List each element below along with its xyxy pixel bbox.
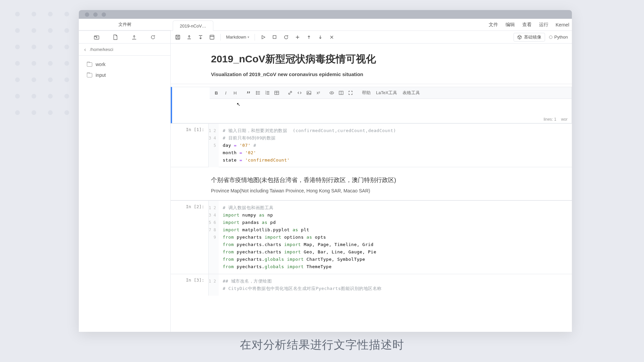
line-numbers: 1 2 3 4 5 <box>209 124 219 167</box>
restart-icon[interactable] <box>283 34 289 40</box>
folder-item-work[interactable]: work <box>79 59 170 70</box>
markdown-cell-title[interactable]: 2019_nCoV新型冠状病毒疫情可视化 Visualization of 20… <box>171 44 572 84</box>
cell-prompt: In [3]: <box>171 274 208 296</box>
markdown-cell[interactable]: 个别省市疫情地图(未包括台湾省，香港特别行政区，澳门特别行政区)Province… <box>171 167 572 200</box>
traffic-light-minimize[interactable] <box>93 12 98 17</box>
folder-item-input[interactable]: input <box>79 70 170 80</box>
upload-icon[interactable] <box>131 35 137 40</box>
table-button[interactable] <box>273 89 281 97</box>
menu-kernel[interactable]: Kernel <box>556 22 569 27</box>
notebook[interactable]: 2019_nCoV新型冠状病毒疫情可视化 Visualization of 20… <box>171 44 572 332</box>
traffic-light-zoom[interactable] <box>102 12 106 17</box>
chevron-down-icon: ▾ <box>248 35 249 39</box>
code-cell[interactable]: In [3]:1 2## 城市改名，方便绘图 # CityDic中将数据包中简化… <box>171 274 572 296</box>
latex-tool-button[interactable]: LaTeX工具 <box>374 90 399 96</box>
publish-icon[interactable] <box>209 34 215 40</box>
cell-type-select[interactable]: Markdown ▾ <box>226 35 249 40</box>
svg-point-6 <box>256 94 257 95</box>
markdown-editor-content[interactable]: ↖ <box>210 99 572 116</box>
preview-button[interactable] <box>328 89 336 97</box>
new-file-icon[interactable] <box>113 35 118 40</box>
svg-point-4 <box>256 91 257 92</box>
svg-rect-2 <box>210 35 214 39</box>
breadcrumb[interactable]: ‹ /home/kesci <box>79 44 170 56</box>
new-folder-icon[interactable] <box>94 35 99 40</box>
kernel-indicator[interactable]: Python <box>549 35 568 40</box>
quote-button[interactable] <box>245 89 253 97</box>
cube-icon <box>517 35 522 40</box>
cell-prompt: In [2]: <box>171 201 208 274</box>
markdown-editor-cell[interactable]: B I H 123 x² <box>171 87 572 123</box>
kernel-status-icon <box>549 36 552 39</box>
stop-icon[interactable] <box>272 34 278 40</box>
svg-rect-1 <box>176 35 180 39</box>
help-button[interactable]: 帮助 <box>360 90 373 96</box>
environment-pill[interactable]: 基础镜像 <box>514 33 545 42</box>
folder-list: work input <box>79 56 170 84</box>
sidebar-header: 文件树 <box>79 19 171 31</box>
code-content[interactable]: ## 城市改名，方便绘图 # CityDic中将数据包中简化地区名生成对应Pye… <box>219 274 572 296</box>
menu-file[interactable]: 文件 <box>489 22 498 28</box>
section-title: 个别省市疫情地图(未包括台湾省，香港特别行政区，澳门特别行政区) <box>211 176 555 184</box>
section-subtitle: Province Map(Not including Taiwan Provin… <box>211 188 555 193</box>
cursor-pointer-icon: ↖ <box>236 102 240 107</box>
code-cell[interactable]: In [2]:1 2 3 4 5 6 7 8 9# 调入数据包和画图工具 imp… <box>171 200 572 274</box>
notebook-toolbar: Markdown ▾ 基础镜像 <box>171 31 572 44</box>
app-window: 文件树 2019-nCoV… 文件 编辑 查看 运行 Kernel ‹ /hom… <box>79 10 572 332</box>
table-tool-button[interactable]: 表格工具 <box>400 90 422 96</box>
breadcrumb-path: /home/kesci <box>90 47 113 52</box>
folder-label: input <box>96 72 106 78</box>
markdown-editor-toolbar: B I H 123 x² <box>210 87 572 99</box>
code-button[interactable] <box>296 89 304 97</box>
bold-button[interactable]: B <box>212 89 220 97</box>
svg-rect-11 <box>307 91 311 95</box>
doc-title: 2019_nCoV新型冠状病毒疫情可视化 <box>211 52 555 66</box>
run-icon[interactable] <box>260 34 266 40</box>
traffic-light-close[interactable] <box>85 12 89 17</box>
refresh-icon[interactable] <box>150 35 156 40</box>
svg-rect-3 <box>273 36 276 39</box>
move-down-icon[interactable] <box>317 34 323 40</box>
export-icon[interactable] <box>186 34 192 40</box>
line-numbers: 1 2 3 4 5 6 7 8 9 <box>209 201 219 274</box>
svg-point-5 <box>256 93 257 93</box>
background-dots <box>15 12 69 115</box>
line-numbers: 1 2 <box>209 274 219 296</box>
italic-button[interactable]: I <box>222 89 230 97</box>
sidebar-toolbar <box>79 31 170 44</box>
ol-button[interactable]: 123 <box>263 89 271 97</box>
split-button[interactable] <box>337 89 345 97</box>
delete-cell-icon[interactable] <box>329 34 335 40</box>
code-cell[interactable]: In [1]:1 2 3 4 5# 输入日期，和想要浏览的数据 (confirm… <box>171 123 572 167</box>
menubar: 文件 编辑 查看 运行 Kernel <box>489 19 572 31</box>
save-icon[interactable] <box>175 34 181 40</box>
menu-view[interactable]: 查看 <box>522 22 532 28</box>
ul-button[interactable] <box>254 89 262 97</box>
folder-icon <box>87 73 92 77</box>
doc-subtitle: Visualization of 2019_nCoV new coronavir… <box>211 71 555 77</box>
code-content[interactable]: # 输入日期，和想要浏览的数据 (confirmedCount,curedCou… <box>219 124 572 167</box>
chevron-left-icon[interactable]: ‹ <box>84 47 86 53</box>
share-icon[interactable] <box>198 34 204 40</box>
image-button[interactable] <box>305 89 313 97</box>
sidebar: ‹ /home/kesci work input <box>79 31 171 332</box>
editor-status: lines: 1 wor <box>172 116 572 123</box>
svg-text:3: 3 <box>265 93 266 95</box>
menu-edit[interactable]: 编辑 <box>505 22 515 28</box>
tabs-area: 2019-nCoV… <box>171 19 489 31</box>
main: Markdown ▾ 基础镜像 <box>171 31 572 332</box>
folder-icon <box>87 62 92 67</box>
formula-button[interactable]: x² <box>314 89 322 97</box>
heading-button[interactable]: H <box>231 89 239 97</box>
add-cell-icon[interactable] <box>294 34 301 40</box>
menu-run[interactable]: 运行 <box>539 22 548 28</box>
fullscreen-button[interactable] <box>346 89 355 97</box>
code-content[interactable]: # 调入数据包和画图工具 import numpy as np import p… <box>219 201 572 274</box>
window-titlebar <box>79 10 572 19</box>
cell-prompt: In [1]: <box>171 124 208 167</box>
tab-active[interactable]: 2019-nCoV… <box>173 20 213 31</box>
video-caption: 在对分析结果进行文字性描述时 <box>0 337 644 353</box>
move-up-icon[interactable] <box>306 34 312 40</box>
menubar-row: 文件树 2019-nCoV… 文件 编辑 查看 运行 Kernel <box>79 19 572 31</box>
link-button[interactable] <box>286 89 294 97</box>
